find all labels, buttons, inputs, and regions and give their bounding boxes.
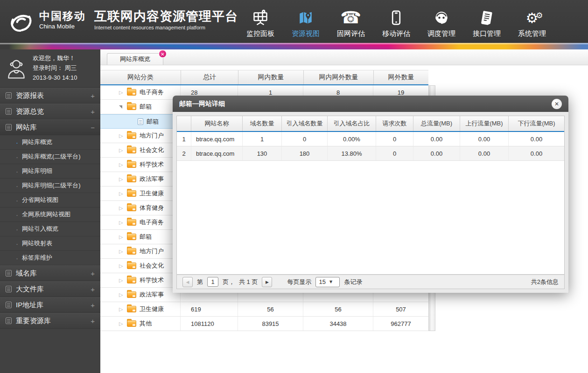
dialog-header[interactable]: 邮箱—网站详细 ✕ (173, 96, 568, 112)
table-row[interactable]: ▷其他 1081120 83915 34438 962777 (100, 317, 428, 331)
cell-ratio: 0.00% (327, 132, 376, 146)
folder-icon (127, 132, 136, 139)
nav-item-resource-view[interactable]: 资源视图 (287, 4, 324, 40)
sidebar-group-website-lib[interactable]: 网站库 − (0, 119, 100, 135)
col-header-total: 总计 (181, 70, 238, 84)
group-label: 域名库 (16, 269, 37, 278)
doc-icon (6, 302, 12, 308)
cell-ratio: 13.80% (327, 146, 376, 160)
folder-icon (127, 89, 136, 96)
category-label: 电子商务 (140, 218, 164, 227)
category-label: 政法军事 (140, 175, 164, 183)
nav-label: 接口管理 (473, 29, 501, 38)
plus-icon[interactable]: + (91, 285, 95, 293)
minus-icon[interactable]: − (91, 124, 95, 131)
plus-icon[interactable]: + (91, 317, 95, 325)
next-page-button[interactable]: ▶ (262, 277, 272, 287)
expand-arrow-icon[interactable]: ▷ (119, 205, 124, 211)
dialog-close-icon[interactable]: ✕ (552, 99, 562, 109)
nav-item-mobile-eval[interactable]: 移动评估 (378, 4, 415, 40)
detail-table-row[interactable]: 2 btrace.qq.com 130 180 13.80% 0 0.00 0.… (177, 146, 564, 161)
sidebar-group-ip-lib[interactable]: IP地址库 + (0, 297, 100, 313)
expand-arrow-icon[interactable]: ▷ (119, 176, 124, 182)
cell-site-name: btrace.qq.com (191, 146, 242, 160)
map-icon (297, 8, 314, 26)
expand-arrow-icon[interactable]: ▷ (119, 90, 124, 96)
nav-label: 固网评估 (337, 29, 365, 38)
per-page-label: 每页显示 (287, 278, 311, 286)
sidebar-group-resource-overview[interactable]: 资源总览 + (0, 104, 100, 119)
sidebar-group-domain-lib[interactable]: 域名库 + (0, 265, 100, 281)
detail-table-row[interactable]: 1 btrace.qq.com 1 0 0.00% 0 0.00 0.00 0.… (177, 132, 564, 146)
prev-page-button[interactable]: ◀ (182, 277, 193, 287)
cell-mixed: 56 (303, 302, 373, 316)
expand-arrow-icon[interactable]: ▷ (119, 277, 124, 283)
item-label: 全网系统网站视图 (22, 210, 70, 219)
sidebar-item-tag-maintenance[interactable]: · 标签库维护 (0, 251, 100, 265)
sidebar-item-site-import-overview[interactable]: · 网站引入概览 (0, 222, 100, 236)
dialog-title: 邮箱—网站详细 (179, 100, 225, 108)
doc-icon (6, 286, 12, 292)
expand-arrow-icon[interactable]: ▷ (119, 263, 124, 269)
col-header-ratio: 引入域名占比 (327, 116, 376, 131)
expand-arrow-icon[interactable]: ▷ (119, 306, 124, 312)
plus-icon[interactable]: + (91, 269, 95, 277)
nav-item-system[interactable]: ⚙⚙ 系统管理 (513, 4, 551, 40)
group-label: 网站库 (16, 123, 37, 132)
sidebar-group-resource-report[interactable]: 资源报表 + (0, 88, 100, 104)
expand-arrow-icon[interactable]: ▷ (119, 234, 124, 240)
per-page-select[interactable]: 15 ▼ (315, 277, 340, 287)
expand-arrow-icon[interactable]: ▷ (119, 147, 124, 153)
item-label: 网站库明细(二级平台) (22, 181, 81, 190)
expand-arrow-icon[interactable]: ▷ (119, 249, 124, 255)
tab-close-icon[interactable]: ✕ (159, 50, 167, 58)
expand-arrow-icon[interactable]: ▷ (119, 321, 124, 327)
expand-arrow-icon[interactable]: ▷ (119, 220, 124, 226)
doc-icon (6, 318, 12, 324)
sidebar-item-site-detail[interactable]: · 网站库明细 (0, 164, 100, 179)
nav-item-dispatch[interactable]: 调度管理 (423, 4, 460, 40)
chevron-down-icon: ▼ (329, 280, 332, 284)
expand-arrow-icon[interactable]: ▷ (119, 133, 124, 139)
cell-internal: 83915 (238, 317, 303, 331)
sidebar-group-important-lib[interactable]: 重要资源库 + (0, 313, 100, 329)
bullet-icon: · (16, 211, 18, 219)
doc-icon (6, 92, 12, 99)
page-number-input[interactable] (207, 277, 218, 287)
category-label: 地方门户 (140, 247, 164, 256)
folder-icon (127, 248, 136, 255)
expand-arrow-icon[interactable]: ▷ (119, 292, 124, 298)
bullet-icon: · (16, 138, 18, 146)
item-label: 网站库概览 (22, 138, 52, 146)
folder-icon (127, 219, 136, 226)
plus-icon[interactable]: + (91, 108, 95, 116)
sidebar-group-bigfile-lib[interactable]: 大文件库 + (0, 281, 100, 297)
platform-title: 互联网内容资源管理平台 (94, 9, 238, 24)
nav-item-dashboard[interactable]: 监控面板 (242, 4, 279, 40)
plus-icon[interactable]: + (91, 92, 95, 100)
table-row[interactable]: ▷卫生健康 619 56 56 507 (100, 302, 428, 317)
collapse-arrow-icon[interactable] (119, 105, 122, 109)
telephone-icon: ☎ (341, 8, 362, 26)
sidebar-item-province-view[interactable]: · 分省网站视图 (0, 193, 100, 207)
sidebar-item-site-overview[interactable]: · 网站库概览 (0, 135, 100, 150)
nav-item-interface[interactable]: 接口管理 (468, 4, 505, 40)
nav-item-fixed-network[interactable]: ☎ 固网评估 (332, 4, 370, 40)
top-nav: 监控面板 资源视图 ☎ 固网评估 (242, 4, 551, 40)
china-mobile-logo-icon (7, 7, 35, 34)
site-detail-table: 网站名称 域名数量 引入域名数量 引入域名占比 请求次数 总流量(MB) 上行流… (176, 116, 565, 275)
sidebar-item-site-detail-l2[interactable]: · 网站库明细(二级平台) (0, 179, 100, 193)
sidebar-item-whole-network-view[interactable]: · 全网系统网站视图 (0, 207, 100, 222)
nav-label: 移动评估 (382, 29, 410, 38)
col-header-domains: 域名数量 (242, 116, 281, 131)
category-label: 邮箱 (140, 233, 152, 241)
sidebar-item-site-overview-l2[interactable]: · 网站库概览(二级平台) (0, 150, 100, 164)
col-header-mixed: 网内网外数量 (303, 70, 373, 84)
expand-arrow-icon[interactable]: ▷ (119, 191, 124, 197)
plus-icon[interactable]: + (91, 301, 95, 309)
sidebar-item-site-mapping[interactable]: · 网站映射表 (0, 236, 100, 251)
tab-site-overview[interactable]: 网站库概览 ✕ (107, 53, 163, 65)
expand-arrow-icon[interactable]: ▷ (119, 162, 124, 168)
total-pages: 共 1 页 (239, 278, 258, 286)
group-label: IP地址库 (16, 301, 43, 310)
